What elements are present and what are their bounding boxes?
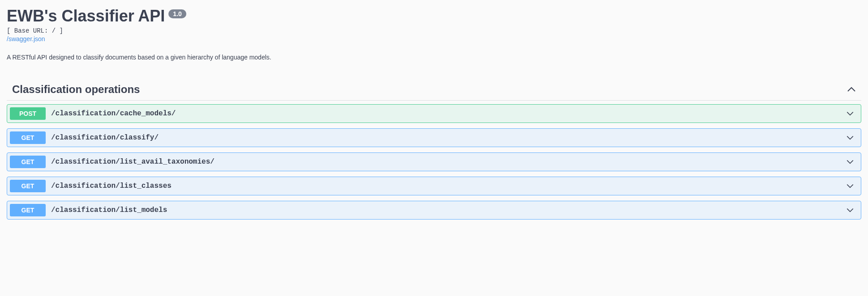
chevron-down-icon (846, 109, 855, 118)
api-header: EWB's Classifier API 1.0 [ Base URL: / ]… (7, 7, 861, 61)
method-badge: POST (10, 107, 46, 120)
version-badge: 1.0 (168, 9, 186, 18)
operation-list-avail-taxonomies[interactable]: GET /classification/list_avail_taxonomie… (7, 152, 861, 171)
title-row: EWB's Classifier API 1.0 (7, 7, 861, 25)
operation-path: /classification/list_models (51, 206, 846, 214)
operation-list-classes[interactable]: GET /classification/list_classes (7, 177, 861, 195)
api-description: A RESTful API designed to classify docum… (7, 54, 861, 61)
method-badge: GET (10, 180, 46, 192)
operation-cache-models[interactable]: POST /classification/cache_models/ (7, 104, 861, 123)
method-badge: GET (10, 204, 46, 216)
chevron-down-icon (846, 157, 855, 166)
chevron-down-icon (846, 133, 855, 142)
operation-path: /classification/list_avail_taxonomies/ (51, 158, 846, 166)
base-url-label: [ Base URL: / ] (7, 27, 861, 34)
chevron-down-icon (846, 206, 855, 215)
section-header[interactable]: Classification operations (7, 79, 861, 101)
method-badge: GET (10, 156, 46, 168)
api-title: EWB's Classifier API (7, 7, 165, 25)
operation-classify[interactable]: GET /classification/classify/ (7, 128, 861, 147)
chevron-down-icon (846, 182, 855, 190)
operations-list: POST /classification/cache_models/ GET /… (7, 101, 861, 228)
operation-path: /classification/list_classes (51, 182, 846, 190)
method-badge: GET (10, 131, 46, 144)
operation-path: /classification/classify/ (51, 134, 846, 142)
chevron-up-icon (847, 85, 856, 94)
operation-path: /classification/cache_models/ (51, 110, 846, 118)
section-title: Classification operations (12, 83, 140, 96)
operation-list-models[interactable]: GET /classification/list_models (7, 201, 861, 220)
operations-section: Classification operations POST /classifi… (7, 79, 861, 228)
spec-link[interactable]: /swagger.json (7, 35, 45, 42)
